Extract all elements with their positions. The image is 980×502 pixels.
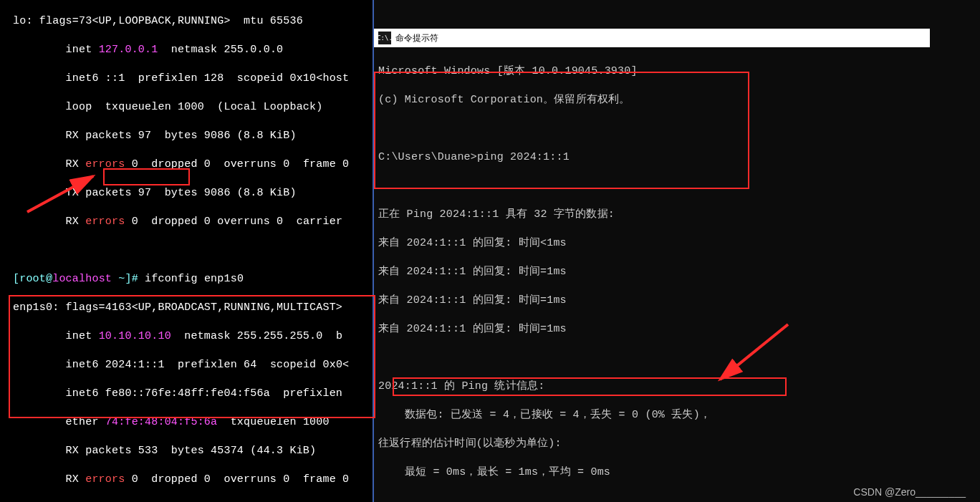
lo-tx-err: RX errors 0 dropped 0 overruns 0 carrier — [0, 215, 373, 229]
lo-rx: RX packets 97 bytes 9086 (8.8 KiB) — [0, 129, 373, 143]
prompt-ping-win: C:\Users\Duane>ping 2024:1::1 — [374, 150, 980, 165]
lo-inet6: inet6 ::1 prefixlen 128 scopeid 0x10<hos… — [0, 72, 373, 86]
blank-r2 — [374, 179, 980, 193]
ms-line1: Microsoft Windows [版本 10.0.19045.3930] — [374, 64, 980, 79]
enp-header: enp1s0: flags=4163<UP,BROADCAST,RUNNING,… — [0, 301, 373, 315]
lo-header: lo: flags=73<UP,LOOPBACK,RUNNING> mtu 65… — [0, 14, 373, 29]
cmd-title: 命令提示符 — [395, 31, 438, 45]
cmd-titlebar[interactable]: C:\. 命令提示符 — [374, 29, 930, 47]
enp-ether: ether 74:fe:48:04:f5:6a txqueuelen 1000 — [0, 415, 373, 430]
cmd-icon: C:\. — [378, 32, 391, 44]
enp-inet6-b: inet6 fe80::76fe:48ff:fe04:f56a prefixle… — [0, 387, 373, 401]
win-ping-r3: 来自 2024:1::1 的回复: 时间=1ms — [374, 294, 980, 308]
enp-rx-err: RX errors 0 dropped 0 overruns 0 frame 0 — [0, 473, 373, 487]
enp-inet6-a: inet6 2024:1::1 prefixlen 64 scopeid 0x0… — [0, 358, 373, 372]
blank-r3 — [374, 351, 980, 365]
win-stats1: 数据包: 已发送 = 4，已接收 = 4，丢失 = 0 (0% 丢失)， — [374, 408, 980, 423]
win-ping-r4: 来自 2024:1::1 的回复: 时间=1ms — [374, 322, 980, 337]
win-stats2: 往返行程的估计时间(以毫秒为单位): — [374, 437, 980, 451]
win-ping-r1: 来自 2024:1::1 的回复: 时间<1ms — [374, 236, 980, 251]
enp-rx: RX packets 533 bytes 45374 (44.3 KiB) — [0, 444, 373, 458]
lo-inet: inet 127.0.0.1 netmask 255.0.0.0 — [0, 43, 373, 57]
win-stats3: 最短 = 0ms，最长 = 1ms，平均 = 0ms — [374, 465, 980, 480]
ms-line2: (c) Microsoft Corporation。保留所有权利。 — [374, 93, 980, 107]
win-ping-hdr: 正在 Ping 2024:1::1 具有 32 字节的数据: — [374, 208, 980, 222]
win-stats-hdr: 2024:1::1 的 Ping 统计信息: — [374, 380, 980, 394]
windows-cmd[interactable]: C:\. 命令提示符 Microsoft Windows [版本 10.0.19… — [374, 0, 980, 502]
blank — [0, 243, 373, 258]
win-ping-r2: 来自 2024:1::1 的回复: 时间=1ms — [374, 265, 980, 279]
prompt-ifconfig: [root@localhost ~]# ifconfig enp1s0 — [0, 272, 373, 286]
lo-tx: TX packets 97 bytes 9086 (8.8 KiB) — [0, 186, 373, 201]
lo-rx-err: RX errors 0 dropped 0 overruns 0 frame 0 — [0, 158, 373, 172]
blank-r1 — [374, 122, 980, 136]
lo-loop: loop txqueuelen 1000 (Local Loopback) — [0, 100, 373, 115]
watermark: CSDN @Zero_________ — [853, 485, 966, 499]
enp-inet: inet 10.10.10.10 netmask 255.255.255.0 b — [0, 329, 373, 344]
linux-terminal[interactable]: lo: flags=73<UP,LOOPBACK,RUNNING> mtu 65… — [0, 0, 374, 502]
